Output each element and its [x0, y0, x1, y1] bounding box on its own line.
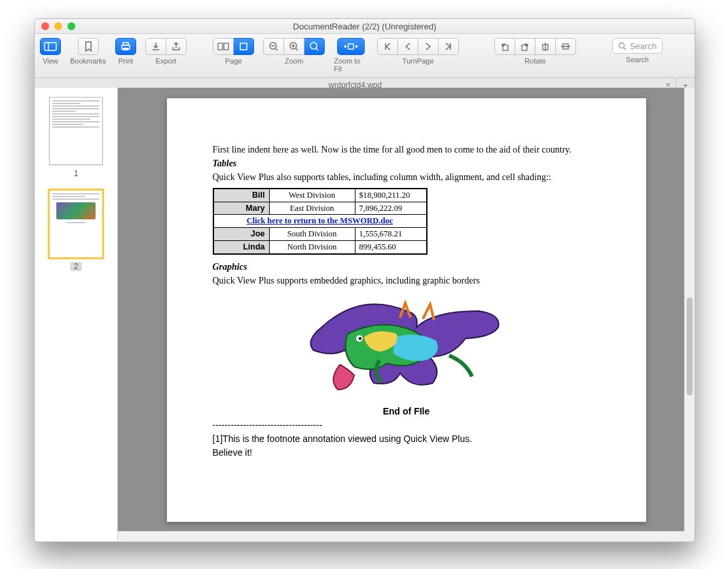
page-single-button[interactable]: [234, 38, 254, 55]
horizontal-scrollbar[interactable]: [118, 531, 685, 541]
print-label: Print: [118, 57, 134, 65]
thumbnail-1-label: 1: [74, 169, 79, 178]
cell-amount: $18,980,211.20: [355, 189, 427, 202]
zoom-out-icon: [268, 41, 279, 52]
svg-rect-4: [123, 48, 128, 50]
thumbnail-2-label: 2: [70, 262, 82, 271]
download-icon: [151, 41, 161, 52]
cell-division: North Division: [269, 241, 355, 254]
print-button[interactable]: [115, 38, 136, 55]
first-page-button[interactable]: [377, 38, 398, 55]
flip-v-button[interactable]: [556, 38, 576, 55]
svg-line-25: [623, 47, 626, 50]
tables-paragraph: Quick View Plus also supports tables, in…: [213, 172, 600, 184]
document-viewer[interactable]: First line indent here as well. Now is t…: [118, 88, 695, 541]
svg-rect-17: [348, 44, 354, 49]
svg-point-24: [619, 43, 624, 48]
rotate-left-icon: [500, 41, 510, 52]
table-row: Linda North Division 899,455.60: [213, 241, 427, 254]
flip-h-button[interactable]: [536, 38, 556, 55]
footnote-line-2: Believe it!: [213, 447, 600, 459]
table-row: Bill West Division $18,980,211.20: [213, 189, 427, 202]
single-page-icon: [238, 42, 249, 51]
svg-rect-7: [240, 43, 247, 50]
table-row: Mary East Division 7,896,222.09: [213, 202, 427, 215]
svg-point-15: [310, 43, 317, 49]
export-download-button[interactable]: [145, 38, 166, 55]
sidebar-icon: [44, 42, 57, 51]
cell-amount: 899,455.60: [355, 241, 427, 254]
rotate-left-button[interactable]: [494, 38, 515, 55]
zoom-label: Zoom: [285, 57, 303, 65]
export-share-button[interactable]: [166, 38, 187, 55]
page-thumbnail-1[interactable]: [49, 97, 103, 165]
bookmarks-label: Bookmarks: [70, 57, 106, 65]
prev-page-button[interactable]: [398, 38, 418, 55]
page-facing-button[interactable]: [213, 38, 234, 55]
vertical-scrollbar[interactable]: [684, 88, 695, 541]
cell-name: Bill: [213, 189, 270, 202]
graphics-paragraph: Quick View Plus supports embedded graphi…: [213, 275, 600, 287]
thumbnail-sidebar[interactable]: 1 2: [35, 88, 118, 541]
cell-amount: 7,896,222.09: [355, 202, 427, 215]
dragon-image: [302, 291, 511, 396]
svg-rect-5: [218, 43, 223, 50]
graphics-heading: Graphics: [213, 261, 600, 274]
scrollbar-handle[interactable]: [687, 297, 693, 395]
view-button[interactable]: [40, 38, 61, 55]
turnpage-label: TurnPage: [403, 57, 434, 65]
zoom-in-button[interactable]: [284, 38, 304, 55]
title-bar[interactable]: DocumentReader (2/2) (Unregistered): [35, 19, 695, 34]
zoom-to-fit-label: Zoom to Fit: [334, 57, 368, 73]
toolbar: View Bookmarks Print: [35, 34, 695, 78]
footnote-line-1: [1]This is the footnote annotation viewe…: [213, 433, 600, 445]
zoom-out-button[interactable]: [263, 38, 284, 55]
tables-heading: Tables: [213, 158, 600, 170]
search-input[interactable]: Search: [612, 38, 663, 54]
end-of-file: End of FIle: [213, 405, 600, 418]
rotate-label: Rotate: [524, 57, 545, 65]
search-label: Search: [626, 56, 649, 64]
next-page-button[interactable]: [418, 38, 439, 55]
window-title: DocumentReader (2/2) (Unregistered): [35, 22, 695, 31]
page-label: Page: [225, 57, 242, 65]
zoom-actual-button[interactable]: [304, 38, 325, 55]
cell-name: Mary: [213, 202, 270, 215]
view-label: View: [43, 57, 58, 65]
bookmark-icon: [84, 41, 93, 52]
svg-rect-0: [45, 43, 56, 50]
document-page: First line indent here as well. Now is t…: [167, 98, 646, 522]
rotate-right-button[interactable]: [515, 38, 536, 55]
zoom-to-fit-button[interactable]: [337, 38, 365, 55]
zoom-in-icon: [289, 41, 299, 52]
export-label: Export: [156, 57, 177, 65]
svg-rect-3: [123, 43, 128, 45]
svg-line-16: [316, 48, 318, 50]
cell-name: Joe: [213, 228, 270, 241]
prev-icon: [404, 42, 412, 51]
svg-line-14: [296, 48, 298, 50]
body-paragraph: First line indent here as well. Now is t…: [213, 144, 600, 156]
table-row: Joe South Division 1,555,678.21: [213, 228, 427, 241]
footnote-separator: ------------------------------------: [213, 419, 600, 431]
search-placeholder: Search: [630, 41, 657, 51]
footnote-text-1: This is the footnote annotation viewed u…: [223, 433, 472, 444]
flip-h-icon: [540, 41, 551, 52]
last-page-button[interactable]: [439, 38, 459, 55]
magnifier-icon: [309, 41, 319, 52]
svg-point-27: [358, 337, 361, 340]
first-icon: [383, 42, 392, 51]
bookmarks-button[interactable]: [78, 38, 99, 55]
cell-amount: 1,555,678.21: [355, 228, 427, 241]
return-link[interactable]: Click here to return to the MSWORD.doc: [247, 216, 393, 225]
printer-icon: [120, 41, 132, 52]
facing-pages-icon: [217, 42, 230, 51]
page-thumbnail-2[interactable]: [49, 190, 103, 258]
table-link-row: Click here to return to the MSWORD.doc: [213, 215, 427, 228]
next-icon: [424, 42, 432, 51]
last-icon: [444, 42, 453, 51]
footnote-ref: [1]: [213, 433, 223, 444]
svg-rect-6: [224, 43, 228, 50]
cell-division: West Division: [269, 189, 355, 202]
fit-icon: [343, 42, 359, 51]
